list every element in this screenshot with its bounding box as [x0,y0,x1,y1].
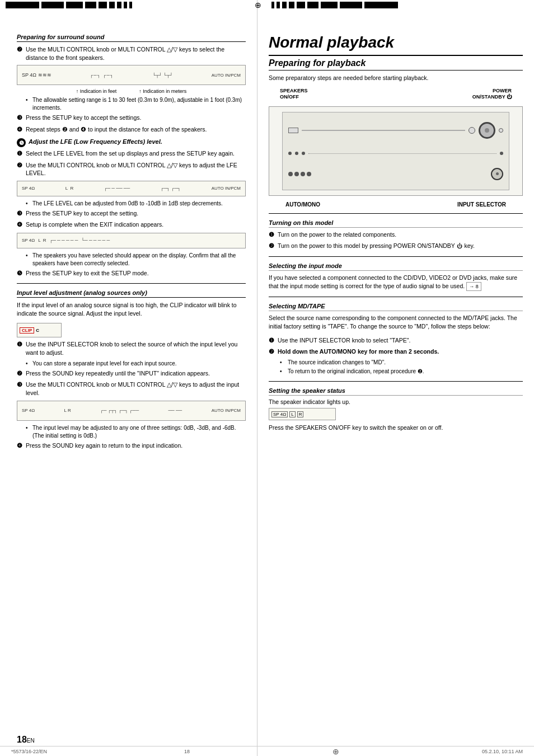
display-input-level: SP 4Ω L R ┌─ ┌┬┐ ┌─┐ ┌── ── ── AUTO IN/P… [17,401,246,421]
knob-center [485,128,489,133]
btn1 [288,172,293,176]
step-content: Press the SOUND key again to return to t… [26,442,246,450]
bar-block [271,2,274,8]
bullet-lfe-range: • The LFE LEVEL can be adjusted from 0dB… [26,200,246,208]
bar-block [6,2,39,8]
input-step4: ❹ Press the SOUND key again to return to… [17,442,246,450]
page-number: 18EN [17,735,35,745]
turn-step1: ❶ Turn on the power to the related compo… [269,231,523,239]
bullet-0db: • The input level may be adjusted to any… [26,424,246,440]
input-mode-title: Selecting the input mode [269,262,523,271]
ref-box: → 8 [466,282,481,292]
device-diagram-area: SPEAKERS ON/OFF POWER ON/STANDBY ⏻ [269,88,523,208]
display-distance: SP 4Ω ≋≋≋ ┌─┐ ┌─┐ └┬┘ └┬┘ AUTO IN/PCM [17,65,246,85]
dot4 [500,152,503,155]
clip-text: CLIP [20,327,34,334]
display-left-indicator: SP 4Ω ≋≋≋ [22,72,51,78]
device-row-bottom [288,168,504,180]
step-distance: ❷ Use the MULTI CONTROL knob or MULTI CO… [17,45,246,62]
knob-dot [496,172,499,175]
bullet-dot: • [26,252,32,267]
speaker-status-title: Setting the speaker status [269,387,523,396]
input-step1: ❶ Use the INPUT SELECTOR knob to select … [17,340,246,356]
right-intro: Some preparatory steps are needed before… [269,74,523,82]
center-compass-bottom: ⊕ [332,747,339,756]
label-speakers: SPEAKERS ON/OFF [280,88,308,101]
bar-block [99,2,107,8]
bullet-text: The LFE LEVEL can be adjusted from 0dB t… [32,200,223,208]
device-circle-top [469,127,475,134]
device-big-knob [479,122,495,139]
step-content: Turn on the power to the related compone… [278,231,523,239]
display-mid2: └┬┘ └┬┘ [153,73,173,78]
display-clip: CLIP C [17,323,62,337]
step-num: ❶ [269,231,278,239]
display-lr3: L R [64,408,71,413]
display-sp: SP 4Ω [22,186,35,191]
md-bullet1: • The source indication changes to "MD". [280,359,523,367]
bullet-text: The speakers you have selected should ap… [32,252,246,267]
step-content: Press the SOUND key repeatedly until the… [26,369,246,378]
step-num: ❷ [269,242,278,250]
left-section-title: Preparing for surround sound [17,34,246,42]
lfe-step5: ❺ Press the SETUP key to exit the SETUP … [17,269,246,278]
display-right: AUTO IN/PCM [212,73,241,78]
display-seg: ┌─┐ ┌─┐ [161,186,181,191]
step-content: Select the LFE LEVEL from the set up dis… [26,149,246,158]
right-column: Normal playback Preparing for playback S… [257,0,534,756]
bar-block [289,2,294,8]
divider-4 [269,381,523,382]
bullet-dot: • [280,368,288,375]
step-num: ❷ [17,161,26,177]
center-compass-top: ⊕ [250,0,266,10]
bullet-text: You can store a separate input level for… [32,360,177,368]
label-input-selector: INPUT SELECTOR [457,201,506,208]
input-level-intro: If the input level of an analog source s… [17,301,246,317]
dot3 [302,152,305,155]
divider-1 [269,213,523,214]
dot1 [288,152,292,155]
page-date: 05.2.10, 10:11 AM [482,749,523,754]
display-lr2: L R [38,238,46,243]
step-num: ❷ [269,348,278,356]
left-column: Preparing for surround sound ❷ Use the M… [0,0,257,756]
step-num: ❸ [17,209,26,218]
diagram-bottom-labels: AUTO/MONO INPUT SELECTOR [269,201,523,208]
top-bar-right [266,0,534,10]
step-num: ❹ [17,442,26,450]
btn3 [301,172,305,176]
display-caption: Indication in feet Indication in meters [17,88,246,94]
display-mid3: ┌─ ┌┬┐ ┌─┐ ┌── [100,408,139,413]
page-top-bar: ⊕ [0,0,534,10]
step-num: ❶ [17,340,26,356]
dot2 [295,152,298,155]
bar-block [340,2,362,8]
top-bar-left [0,0,250,10]
input-level-title: Input level adjustment (analog sources o… [17,289,246,298]
diagram-top-labels: SPEAKERS ON/OFF POWER ON/STANDBY ⏻ [269,88,523,101]
device-small-circle [499,128,503,133]
display-auto: AUTO IN/PCM [212,186,241,191]
step-content: Setup is complete when the EXIT indicati… [26,220,246,229]
step-content: Turn on the power to this model by press… [278,242,523,250]
lfe-step-num: ❺ [17,138,26,147]
step-content: Use the INPUT SELECTOR knob to select th… [26,340,246,356]
label-auto-mono: AUTO/MONO [285,201,320,208]
display-lfe: SP 4Ω L R ┌─ ─ ── ── ┌─┐ ┌─┐ AUTO IN/PCM [17,181,246,196]
device-diagram [269,106,523,196]
bar-block [129,2,132,8]
step-num: ❹ [17,220,26,229]
display-exit-seg: ┌─ ─ ─ ─ ─ ─ [50,238,78,243]
step-content: Use the MULTI CONTROL knob or MULTI CONT… [26,381,246,397]
page-suffix: EN [27,738,35,744]
device-inner [282,112,510,190]
step-num: ❺ [17,269,26,278]
device-row-mid1 [288,152,504,155]
step-num: ❹ [17,125,26,134]
speaker-press-text: Press the SPEAKERS ON/OFF key to switch … [269,424,523,432]
input-selector-knob [491,168,503,180]
step-content: Press the SETUP key to accept the settin… [26,209,246,218]
lfe-step1: ❶ Select the LFE LEVEL from the set up d… [17,149,246,158]
speaker-intro: The speaker indicator lights up. [269,398,523,405]
turn-step2: ❷ Turn on the power to this model by pre… [269,242,523,250]
